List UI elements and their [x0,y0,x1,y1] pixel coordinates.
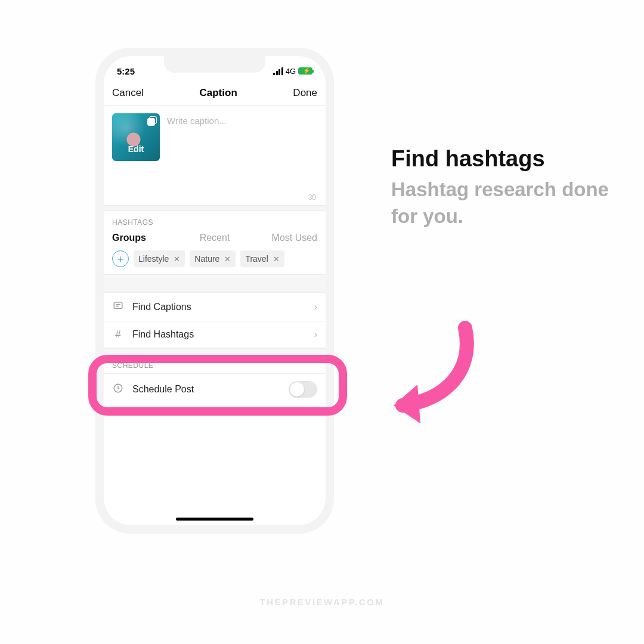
tab-recent[interactable]: Recent [181,233,249,243]
cancel-button[interactable]: Cancel [112,87,144,99]
battery-icon: ⚡ [298,67,312,75]
hashtag-tabs: Groups Recent Most Used [104,230,326,250]
phone-frame: 5:25 4G ⚡ Cancel Caption Done Edit Write… [95,48,334,534]
phone-screen: 5:25 4G ⚡ Cancel Caption Done Edit Write… [104,56,326,525]
tab-groups[interactable]: Groups [112,233,181,243]
nav-title: Caption [200,87,237,99]
phone-notch [164,56,265,73]
close-icon[interactable]: ✕ [174,255,180,264]
add-group-button[interactable]: ＋ [112,250,129,267]
status-right: 4G ⚡ [273,67,312,76]
status-time: 5:25 [117,66,135,76]
post-thumbnail[interactable]: Edit [112,113,160,161]
caption-input[interactable]: Write caption... [167,113,227,202]
nav-bar: Cancel Caption Done [104,80,326,106]
hashtag-icon: # [112,329,124,340]
schedule-header: SCHEDULE [104,354,326,373]
schedule-post-row: Schedule Post [104,373,326,405]
chevron-right-icon: › [314,329,317,340]
chip-lifestyle[interactable]: Lifestyle✕ [134,250,185,267]
section-gap [104,274,326,292]
chip-nature[interactable]: Nature✕ [190,250,236,267]
close-icon[interactable]: ✕ [273,255,280,264]
schedule-toggle[interactable] [289,381,317,398]
find-hashtags-row[interactable]: # Find Hashtags › [104,321,326,348]
tab-most-used[interactable]: Most Used [249,233,317,243]
find-hashtags-label: Find Hashtags [132,329,194,340]
caption-area: Edit Write caption... 30 [104,106,326,205]
find-captions-row[interactable]: Find Captions › [104,292,326,321]
caption-icon [112,300,124,314]
signal-icon [273,67,283,75]
thumb-edit-label: Edit [128,144,144,154]
caption-counter: 30 [308,193,316,202]
footer-watermark: THEPREVIEWAPP.COM [0,597,644,607]
hashtags-header: HASHTAGS [104,211,326,230]
multi-post-icon [147,116,157,126]
find-captions-label: Find Captions [132,302,191,312]
home-indicator [176,518,253,521]
network-label: 4G [286,67,296,76]
arrow-icon [370,316,489,435]
headline-subtitle: Hashtag research done for you. [391,177,618,230]
chip-travel[interactable]: Travel✕ [240,250,284,267]
section-gap [104,205,326,211]
headline-block: Find hashtags Hashtag research done for … [391,146,618,230]
section-gap [104,348,326,354]
headline-title: Find hashtags [391,146,618,172]
close-icon[interactable]: ✕ [224,255,231,264]
chevron-right-icon: › [314,302,317,312]
svg-rect-0 [114,302,122,309]
clock-icon [112,383,124,397]
hashtag-chips: ＋ Lifestyle✕ Nature✕ Travel✕ [104,250,326,274]
done-button[interactable]: Done [293,87,317,99]
schedule-label: Schedule Post [132,384,194,395]
